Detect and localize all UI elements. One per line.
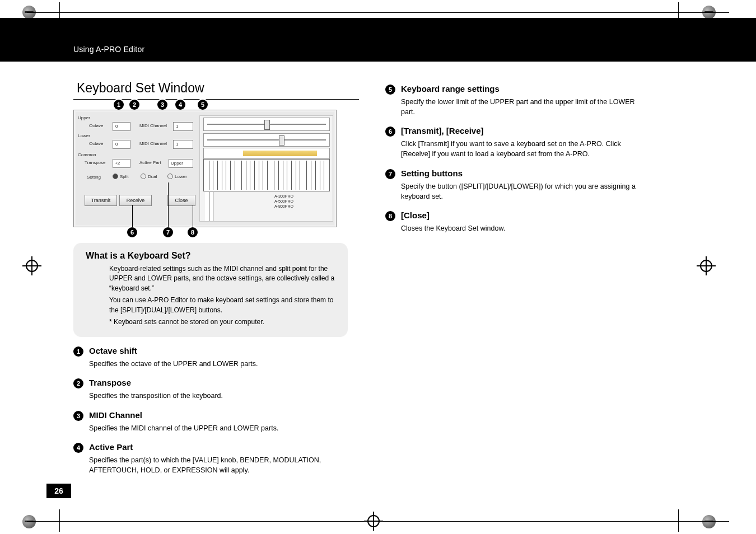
model-names: A-300PRO A-500PRO A-800PRO: [241, 194, 326, 209]
label-transpose: Transpose: [85, 160, 106, 165]
numbered-item: 7Setting buttonsSpecify the button ([SPL…: [385, 168, 688, 202]
callout-line: [193, 205, 193, 227]
numbered-item: 1Octave shiftSpecifies the octave of the…: [73, 346, 359, 369]
item-body: Click [Transmit] if you want to save a k…: [401, 139, 642, 159]
info-paragraph: You can use A-PRO Editor to make keyboar…: [109, 296, 335, 315]
item-body: Specify the lower limit of the UPPER par…: [401, 97, 642, 117]
item-text: TransposeSpecifies the transposition of …: [89, 378, 223, 401]
item-body: Specifies the transposition of the keybo…: [89, 391, 223, 401]
info-box: What is a Keyboard Set? Keyboard-related…: [73, 243, 348, 337]
close-button[interactable]: Close: [167, 195, 195, 206]
item-number: 1: [73, 346, 83, 357]
label-octave: Octave: [89, 141, 103, 146]
svg-point-3: [701, 260, 712, 271]
item-title: [Close]: [401, 210, 505, 220]
item-number: 8: [385, 211, 395, 221]
print-screw: [22, 515, 36, 528]
header-bar: [0, 18, 756, 62]
item-number: 6: [385, 127, 395, 137]
radio-split[interactable]: Split: [113, 174, 129, 179]
group-lower: Lower: [78, 133, 90, 138]
receive-button[interactable]: Receive: [119, 195, 152, 206]
numbered-item: 8[Close]Closes the Keyboard Set window.: [385, 210, 688, 233]
radio-dual[interactable]: Dual: [141, 174, 157, 179]
crop-tick: [678, 509, 679, 532]
crop-rule: [27, 12, 729, 13]
item-body: Specifies the part(s) to which the [VALU…: [89, 455, 330, 475]
field-octave-lower[interactable]: 0: [113, 140, 130, 149]
callout-5: 5: [198, 100, 208, 110]
callout-line: [168, 182, 169, 227]
svg-point-0: [26, 260, 38, 271]
item-number: 7: [385, 169, 395, 179]
callout-4: 4: [175, 100, 185, 110]
item-number: 3: [73, 411, 83, 421]
info-title: What is a Keyboard Set?: [86, 251, 335, 261]
callout-7: 7: [163, 227, 173, 237]
item-title: [Transmit], [Receive]: [401, 126, 642, 135]
item-number: 2: [73, 378, 83, 388]
label-midi: MIDI Channel: [139, 123, 167, 128]
registration-mark-icon: [22, 256, 41, 275]
item-number: 4: [73, 443, 83, 453]
callout-8: 8: [188, 227, 198, 237]
item-title: Octave shift: [89, 346, 258, 355]
item-text: Setting buttonsSpecify the button ([SPLI…: [401, 168, 642, 202]
info-paragraph: Keyboard-related settings such as the MI…: [109, 264, 335, 293]
ui-screenshot: 1 2 3 4 5 Upper Octave 0 MIDI Channel 1 …: [73, 110, 337, 227]
item-number: 5: [385, 85, 395, 95]
breadcrumb: Using A-PRO Editor: [73, 45, 144, 54]
lower-range-slider[interactable]: [203, 133, 330, 147]
field-octave-upper[interactable]: 0: [113, 122, 130, 131]
field-active[interactable]: Upper: [169, 159, 193, 168]
info-note: Keyboard sets cannot be stored on your c…: [109, 317, 335, 327]
callout-3: 3: [157, 100, 167, 110]
numbered-item: 5Keyboard range settingsSpecify the lowe…: [385, 84, 688, 117]
numbered-item: 4Active PartSpecifies the part(s) to whi…: [73, 442, 359, 475]
registration-mark-icon: [697, 256, 716, 275]
item-text: Keyboard range settingsSpecify the lower…: [401, 84, 642, 117]
print-screw: [702, 515, 716, 528]
group-common: Common: [78, 152, 96, 157]
item-body: Specifies the octave of the UPPER and LO…: [89, 359, 258, 369]
transmit-button[interactable]: Transmit: [85, 195, 117, 206]
field-midi-upper[interactable]: 1: [173, 122, 193, 131]
field-transpose[interactable]: +2: [113, 159, 130, 168]
item-title: Setting buttons: [401, 168, 642, 178]
item-body: Specify the button ([SPLIT]/[DUAL]/[LOWE…: [401, 181, 642, 202]
callout-1: 1: [114, 100, 124, 110]
crop-tick: [59, 509, 60, 532]
item-title: Keyboard range settings: [401, 84, 642, 93]
item-title: Active Part: [89, 442, 330, 452]
callout-6: 6: [127, 227, 137, 237]
upper-range-slider[interactable]: [203, 118, 330, 131]
numbered-item: 6[Transmit], [Receive]Click [Transmit] i…: [385, 126, 688, 159]
page-number: 26: [46, 484, 71, 498]
callout-line: [132, 205, 133, 227]
section-title: Keyboard Set Window: [73, 79, 359, 98]
item-body: Specifies the MIDI channel of the UPPER …: [89, 423, 278, 433]
item-text: MIDI ChannelSpecifies the MIDI channel o…: [89, 410, 278, 433]
item-title: Transpose: [89, 378, 223, 387]
item-text: Active PartSpecifies the part(s) to whic…: [89, 442, 330, 475]
numbered-item: 3MIDI ChannelSpecifies the MIDI channel …: [73, 410, 359, 433]
label-setting: Setting: [87, 175, 101, 180]
field-midi-lower[interactable]: 1: [173, 140, 193, 149]
callout-2: 2: [129, 100, 139, 110]
group-upper: Upper: [78, 115, 90, 120]
right-column: 5Keyboard range settingsSpecify the lowe…: [385, 75, 688, 233]
left-column: Keyboard Set Window 1 2 3 4 5 Upper Octa…: [73, 79, 359, 475]
page: Using A-PRO Editor Keyboard Set Window 1…: [0, 0, 756, 534]
item-body: Closes the Keyboard Set window.: [401, 223, 505, 233]
crop-rule: [27, 521, 729, 522]
label-active: Active Part: [139, 160, 161, 165]
item-text: [Transmit], [Receive]Click [Transmit] if…: [401, 126, 642, 159]
item-title: MIDI Channel: [89, 410, 278, 420]
label-octave: Octave: [89, 123, 103, 128]
numbered-item: 2TransposeSpecifies the transposition of…: [73, 378, 359, 401]
radio-lower[interactable]: Lower: [167, 174, 187, 179]
item-text: Octave shiftSpecifies the octave of the …: [89, 346, 258, 369]
keyboard-graphic: [203, 159, 330, 191]
label-midi: MIDI Channel: [139, 141, 167, 146]
item-text: [Close]Closes the Keyboard Set window.: [401, 210, 505, 233]
